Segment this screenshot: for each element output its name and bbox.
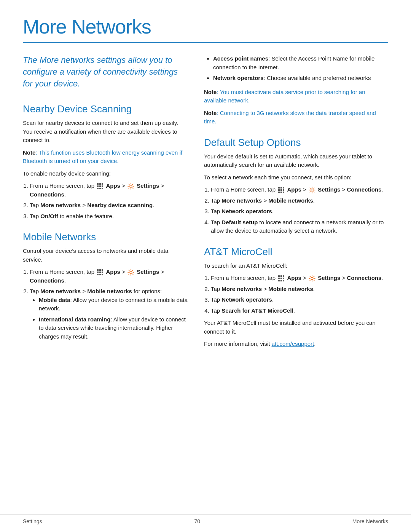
default-setup-steps: From a Home screen, tap	[211, 185, 388, 235]
mobile-step-2: Tap More networks > Mobile networks for …	[30, 287, 189, 341]
att-microcell-steps: From a Home screen, tap	[211, 274, 388, 315]
nearby-device-desc: Scan for nearby devices to connect to an…	[23, 119, 189, 145]
nearby-device-note-text: : This function uses Bluetooth low energ…	[23, 149, 182, 165]
svg-rect-21	[280, 187, 282, 189]
svg-rect-37	[280, 280, 282, 281]
svg-point-9	[130, 185, 132, 187]
svg-rect-27	[280, 192, 282, 193]
nearby-step-2: Tap More networks > Nearby device scanni…	[30, 201, 189, 210]
footer-center: 70	[194, 518, 200, 524]
footer: Settings 70 More Networks	[0, 514, 411, 524]
svg-rect-38	[283, 280, 284, 281]
att-after-steps: Your AT&T MicroCell must be installed an…	[204, 319, 388, 336]
svg-rect-35	[283, 278, 284, 279]
settings-label: Settings	[137, 182, 159, 189]
mobile-networks-heading: Mobile Networks	[23, 231, 189, 243]
default-setup-desc2: To select a network each time you connec…	[204, 173, 388, 182]
svg-rect-23	[278, 189, 280, 191]
mobile-networks-steps-list: From a Home screen, tap	[30, 268, 189, 341]
svg-rect-7	[99, 188, 101, 189]
svg-rect-11	[99, 269, 101, 271]
att-microcell-intro: To search for an AT&T MicroCell:	[204, 262, 388, 270]
settings-icon-2	[127, 269, 134, 276]
att-step-1: From a Home screen, tap	[211, 274, 388, 283]
svg-rect-1	[99, 183, 101, 185]
right-bullet-2: Network operators: Choose available and …	[213, 74, 388, 83]
page-title: More Networks	[23, 15, 388, 38]
right-column: Access point names: Select the Access Po…	[204, 54, 388, 352]
svg-rect-33	[278, 278, 280, 279]
att-link-paragraph: For more information, visit att.com/esup…	[204, 340, 388, 348]
footer-right: More Networks	[352, 518, 388, 524]
intro-paragraph: The More networks settings allow you to …	[23, 54, 189, 89]
left-column: The More networks settings allow you to …	[23, 54, 189, 352]
note-label: Note	[23, 149, 35, 156]
att-link-pre: For more information, visit	[204, 340, 272, 347]
att-link[interactable]: att.com/esupport	[272, 340, 314, 347]
right-bullets: Access point names: Select the Access Po…	[213, 54, 388, 83]
svg-rect-0	[97, 183, 99, 185]
svg-rect-4	[99, 185, 101, 187]
svg-rect-28	[283, 192, 284, 193]
default-setup-desc1: Your device default is set to Automatic,…	[204, 152, 388, 169]
svg-rect-2	[102, 183, 103, 185]
nearby-step-3: Tap On/Off to enable the feature.	[30, 212, 189, 221]
svg-rect-25	[283, 189, 284, 191]
svg-point-19	[130, 271, 132, 273]
att-step-4: Tap Search for AT&T MicroCell.	[211, 307, 388, 315]
default-step-1: From a Home screen, tap	[211, 185, 388, 194]
svg-rect-24	[280, 189, 282, 191]
svg-rect-26	[278, 192, 280, 193]
settings-icon-4	[309, 275, 315, 282]
footer-left: Settings	[23, 518, 42, 524]
svg-rect-6	[97, 188, 99, 189]
apps-label: Apps	[106, 182, 120, 189]
svg-point-29	[311, 189, 313, 191]
nearby-device-steps-intro: To enable nearby device scanning:	[23, 169, 189, 178]
svg-rect-3	[97, 185, 99, 187]
att-step-3: Tap Network operators.	[211, 296, 388, 304]
mobile-step-1: From a Home screen, tap	[30, 268, 189, 285]
default-step-4: Tap Default setup to locate and connect …	[211, 218, 388, 235]
svg-rect-34	[280, 278, 282, 279]
svg-rect-22	[283, 187, 284, 189]
default-step-3: Tap Network operators.	[211, 207, 388, 216]
title-divider	[23, 42, 388, 43]
svg-rect-18	[102, 274, 103, 275]
settings-icon-3	[309, 187, 315, 193]
svg-rect-16	[97, 274, 99, 275]
svg-rect-13	[97, 272, 99, 273]
apps-icon	[97, 183, 104, 190]
apps-icon-4	[278, 275, 285, 282]
svg-rect-14	[99, 272, 101, 273]
right-note-2: Note: Connecting to 3G networks slows th…	[204, 109, 388, 126]
right-bullet-1: Access point names: Select the Access Po…	[213, 54, 388, 72]
page: More Networks The More networks settings…	[0, 0, 411, 532]
att-link-post: .	[314, 340, 315, 347]
svg-rect-12	[102, 269, 103, 271]
svg-rect-30	[278, 275, 280, 277]
mobile-networks-bullets: Mobile data: Allow your device to connec…	[39, 296, 189, 341]
nearby-device-steps-list: From a Home screen, tap	[30, 182, 189, 220]
nearby-device-note: Note: This function uses Bluetooth low e…	[23, 149, 189, 166]
svg-rect-10	[97, 269, 99, 271]
mobile-bullet-2: International data roaming: Allow your d…	[39, 315, 189, 341]
svg-rect-5	[102, 185, 103, 187]
svg-rect-8	[102, 188, 103, 189]
att-step-2: Tap More networks > Mobile networks.	[211, 285, 388, 294]
svg-rect-31	[280, 275, 282, 277]
att-microcell-heading: AT&T MicroCell	[204, 246, 388, 258]
mobile-bullet-1: Mobile data: Allow your device to connec…	[39, 296, 189, 313]
two-column-layout: The More networks settings allow you to …	[23, 54, 388, 352]
settings-icon	[127, 183, 134, 190]
svg-rect-20	[278, 187, 280, 189]
svg-rect-17	[99, 274, 101, 275]
apps-icon-2	[97, 269, 104, 276]
default-setup-heading: Default Setup Options	[204, 137, 388, 149]
nearby-step-1: From a Home screen, tap	[30, 182, 189, 199]
default-step-2: Tap More networks > Mobile networks.	[211, 197, 388, 205]
mobile-networks-desc: Control your device’s access to networks…	[23, 247, 189, 264]
right-note-1: Note: You must deactivate data service p…	[204, 88, 388, 105]
svg-rect-15	[102, 272, 103, 273]
svg-point-39	[311, 277, 313, 280]
